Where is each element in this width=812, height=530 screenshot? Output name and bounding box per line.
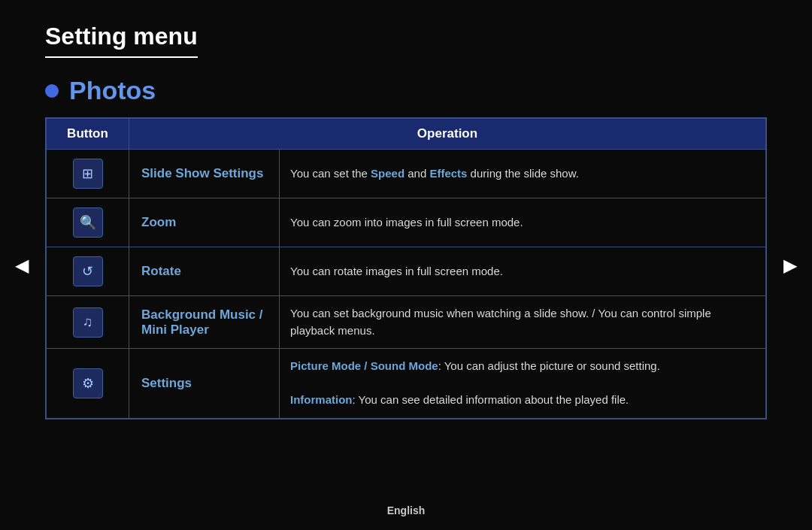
- col-header-operation: Operation: [129, 119, 766, 150]
- row-label: Background Music /Mini Player: [141, 307, 263, 337]
- table-row: ↺RotateYou can rotate images in full scr…: [47, 247, 766, 296]
- table-row: ⊞Slide Show SettingsYou can set the Spee…: [47, 150, 766, 198]
- rotate-icon: ↺: [73, 256, 103, 286]
- section-bullet: [45, 84, 59, 98]
- zoom-icon: 🔍: [73, 207, 103, 238]
- nav-right-arrow[interactable]: ▶: [779, 247, 801, 284]
- row-description: Picture Mode / Sound Mode: You can adjus…: [280, 349, 766, 419]
- row-label: Zoom: [141, 215, 176, 229]
- row-description: You can zoom into images in full screen …: [280, 198, 766, 247]
- nav-left-arrow[interactable]: ◀: [11, 247, 33, 284]
- table-row: ♫Background Music /Mini PlayerYou can se…: [47, 296, 766, 349]
- row-description: You can set background music when watchi…: [280, 296, 766, 349]
- row-label: Slide Show Settings: [141, 166, 263, 180]
- row-description: You can set the Speed and Effects during…: [280, 150, 766, 198]
- section-title: Photos: [69, 76, 156, 105]
- table-row: ⚙SettingsPicture Mode / Sound Mode: You …: [47, 349, 766, 419]
- settings-icon: ⚙: [73, 368, 103, 398]
- row-description: You can rotate images in full screen mod…: [280, 247, 766, 296]
- row-label: Settings: [141, 376, 192, 390]
- row-label: Rotate: [141, 264, 181, 278]
- music-icon: ♫: [73, 307, 103, 338]
- page-title: Setting menu: [45, 23, 198, 58]
- table-row: 🔍ZoomYou can zoom into images in full sc…: [47, 198, 766, 247]
- col-header-button: Button: [47, 119, 129, 150]
- footer-language: English: [387, 504, 426, 516]
- slide-show-icon: ⊞: [73, 159, 103, 189]
